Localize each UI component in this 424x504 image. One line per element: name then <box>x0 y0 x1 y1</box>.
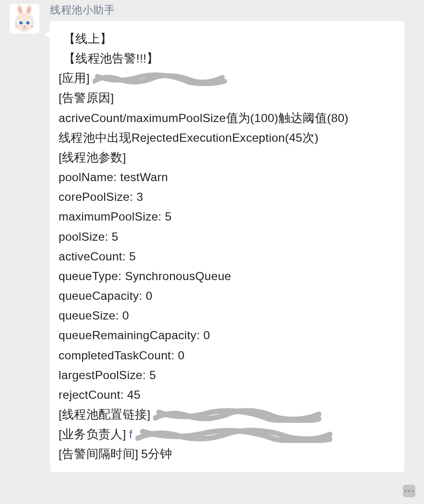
more-button[interactable] <box>403 485 415 497</box>
svg-point-7 <box>19 21 23 25</box>
svg-point-10 <box>28 22 29 23</box>
param-queueCapacity: queueCapacity: 0 <box>59 286 153 306</box>
ellipsis-icon <box>412 490 413 492</box>
message-bubble[interactable]: 【线上】 【线程池告警!!!】 [应用] [告警原因] acriveCount/… <box>50 21 404 472</box>
svg-point-13 <box>31 25 34 28</box>
param-queueSize: queueSize: 0 <box>59 306 129 325</box>
redacted-link <box>153 406 321 423</box>
app-label: [应用] <box>59 68 90 88</box>
owner-link-prefix[interactable]: f <box>129 424 133 444</box>
interval-value: 5分钟 <box>141 444 172 464</box>
param-largestPoolSize: largestPoolSize: 5 <box>59 365 156 385</box>
svg-point-8 <box>26 21 30 25</box>
ellipsis-icon <box>408 490 410 492</box>
rabbit-avatar-icon <box>11 5 38 33</box>
svg-point-12 <box>15 25 18 28</box>
param-corePoolSize: corePoolSize: 3 <box>59 187 143 207</box>
svg-point-11 <box>23 26 25 28</box>
param-rejectCount: rejectCount: 45 <box>59 385 141 405</box>
reason-line1: acriveCount/maximumPoolSize值为(100)触达阈值(8… <box>59 108 349 128</box>
ellipsis-icon <box>405 490 407 492</box>
header-env: 【线上】 <box>63 29 112 49</box>
param-completedTaskCount: completedTaskCount: 0 <box>59 345 184 365</box>
redacted-app <box>93 71 227 86</box>
config-link-label: [线程池配置链接] <box>59 405 150 424</box>
sender-name[interactable]: 线程池小助手 <box>50 3 417 17</box>
reason-label: [告警原因] <box>59 88 114 108</box>
avatar[interactable] <box>10 4 39 34</box>
reason-line2: 线程池中出现RejectedExecutionException(45次) <box>59 128 319 148</box>
param-poolName: poolName: testWarn <box>59 167 168 187</box>
param-activeCount: activeCount: 5 <box>59 246 136 266</box>
param-queueRemainingCapacity: queueRemainingCapacity: 0 <box>59 325 210 345</box>
param-queueType: queueType: SynchronousQueue <box>59 266 231 286</box>
header-alert: 【线程池告警!!!】 <box>63 49 158 68</box>
redacted-owner <box>135 426 332 443</box>
param-poolSize: poolSize: 5 <box>59 227 119 246</box>
interval-label: [告警间隔时间] <box>59 444 138 464</box>
message-bubble-wrap: 【线上】 【线程池告警!!!】 [应用] [告警原因] acriveCount/… <box>50 21 417 472</box>
svg-point-4 <box>15 12 34 32</box>
param-maximumPoolSize: maximumPoolSize: 5 <box>59 207 172 226</box>
bubble-tail <box>45 30 50 39</box>
svg-point-9 <box>21 22 22 23</box>
chat-message-row: 线程池小助手 【线上】 【线程池告警!!!】 [应用] [告警原因] acriv… <box>0 0 424 472</box>
owner-label: [业务负责人] <box>59 424 126 444</box>
message-column: 线程池小助手 【线上】 【线程池告警!!!】 [应用] [告警原因] acriv… <box>50 3 417 472</box>
params-label: [线程池参数] <box>59 148 126 167</box>
